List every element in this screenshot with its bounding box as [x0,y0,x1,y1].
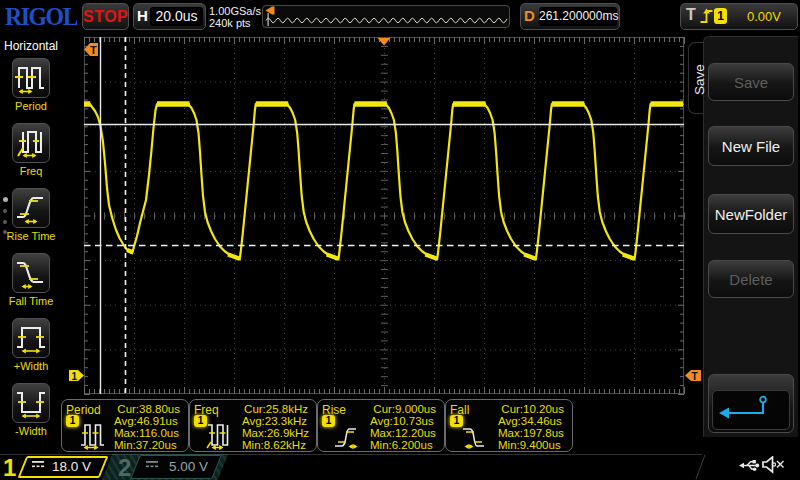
svg-text:T: T [692,371,698,382]
svg-text:T: T [90,44,97,56]
svg-text:1: 1 [72,371,78,382]
